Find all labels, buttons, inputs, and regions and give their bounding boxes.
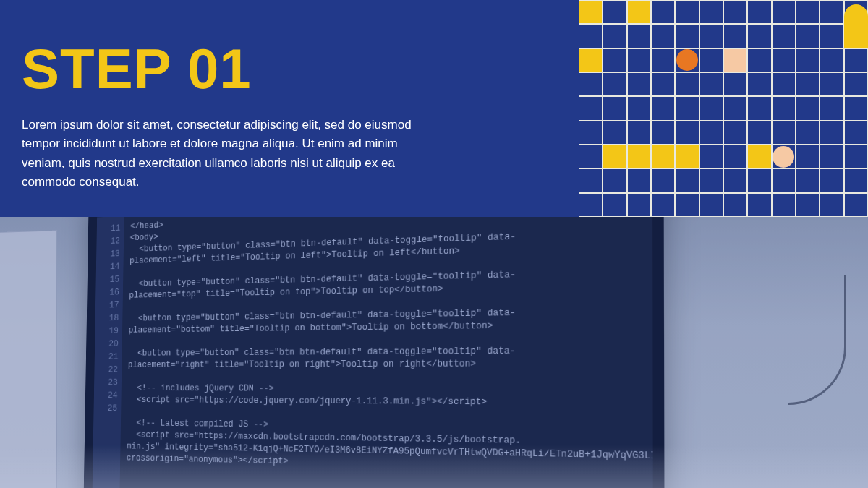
grid-cell bbox=[627, 121, 651, 145]
grid-cell bbox=[747, 193, 771, 217]
grid-cell bbox=[579, 193, 603, 217]
grid-cell bbox=[579, 72, 603, 96]
slide-title: STEP 01 bbox=[22, 36, 252, 102]
grid-cell bbox=[747, 145, 771, 168]
grid-cell bbox=[844, 96, 868, 120]
grid-cell bbox=[844, 193, 868, 217]
grid-cell bbox=[796, 24, 820, 48]
decorative-grid bbox=[579, 0, 868, 217]
grid-cell bbox=[844, 145, 868, 168]
grid-cell bbox=[772, 24, 796, 48]
grid-cell bbox=[772, 193, 796, 217]
grid-cell bbox=[603, 96, 626, 120]
grid-cell bbox=[675, 0, 699, 24]
grid-cell bbox=[820, 24, 843, 48]
grid-cell bbox=[675, 121, 699, 145]
grid-cell bbox=[699, 24, 723, 48]
grid-cell bbox=[627, 168, 651, 192]
grid-cell bbox=[675, 168, 699, 192]
grid-cell bbox=[796, 145, 820, 168]
grid-cell bbox=[820, 48, 843, 72]
grid-cell bbox=[796, 48, 820, 72]
grid-cell bbox=[579, 48, 603, 72]
grid-cell bbox=[723, 48, 747, 72]
grid-cell bbox=[747, 48, 771, 72]
slide: 111213141516171819202122232425 </head> <… bbox=[0, 0, 868, 488]
grid-cell bbox=[699, 121, 723, 145]
grid-cell bbox=[699, 193, 723, 217]
grid-cell bbox=[579, 168, 603, 192]
grid-cell bbox=[796, 96, 820, 120]
desk-surface bbox=[0, 445, 868, 488]
grid-cell bbox=[675, 145, 699, 168]
grid-cell bbox=[579, 96, 603, 120]
grid-cell bbox=[651, 193, 675, 217]
grid-cell bbox=[651, 96, 675, 120]
grid-cell bbox=[579, 145, 603, 168]
grid-cell bbox=[796, 0, 820, 24]
grid-cell bbox=[627, 0, 651, 24]
grid-cell bbox=[699, 145, 723, 168]
grid-cell bbox=[651, 0, 675, 24]
grid-cell bbox=[772, 96, 796, 120]
grid-cell bbox=[820, 193, 843, 217]
grid-cell bbox=[603, 72, 626, 96]
grid-cell bbox=[820, 121, 843, 145]
grid-cell bbox=[699, 48, 723, 72]
grid-cell bbox=[796, 193, 820, 217]
grid-cell bbox=[699, 72, 723, 96]
grid-cell bbox=[579, 0, 603, 24]
grid-cell bbox=[627, 72, 651, 96]
grid-cell bbox=[723, 24, 747, 48]
grid-cell bbox=[603, 48, 626, 72]
grid-cell bbox=[796, 168, 820, 192]
grid-cell bbox=[820, 72, 843, 96]
grid-cell bbox=[723, 145, 747, 168]
grid-cell bbox=[844, 168, 868, 192]
grid-cell bbox=[627, 24, 651, 48]
grid-cell bbox=[772, 48, 796, 72]
grid-cell bbox=[603, 168, 626, 192]
grid-cell bbox=[699, 168, 723, 192]
grid-cell bbox=[723, 168, 747, 192]
grid-cell bbox=[579, 24, 603, 48]
grid-cell bbox=[699, 96, 723, 120]
grid-cell bbox=[772, 0, 796, 24]
grid-cell bbox=[723, 96, 747, 120]
grid-cell bbox=[796, 121, 820, 145]
cable bbox=[788, 275, 846, 405]
grid-cell bbox=[723, 121, 747, 145]
grid-cell bbox=[772, 168, 796, 192]
grid-cell bbox=[627, 48, 651, 72]
grid-cell bbox=[747, 0, 771, 24]
grid-cell bbox=[627, 193, 651, 217]
grid-cell bbox=[723, 193, 747, 217]
grid-cell bbox=[820, 168, 843, 192]
grid-cell bbox=[699, 0, 723, 24]
grid-cell bbox=[651, 48, 675, 72]
grid-cell bbox=[603, 121, 626, 145]
grid-cell bbox=[723, 72, 747, 96]
grid-cell bbox=[579, 121, 603, 145]
grid-cell bbox=[747, 121, 771, 145]
grid-cell bbox=[675, 72, 699, 96]
grid-cell bbox=[627, 96, 651, 120]
grid-cell bbox=[675, 96, 699, 120]
grid-cell bbox=[772, 121, 796, 145]
peach-circle-icon bbox=[773, 146, 794, 168]
grid-cell bbox=[603, 0, 626, 24]
grid-cell bbox=[651, 168, 675, 192]
grid-cell bbox=[820, 0, 843, 24]
yellow-arch-icon bbox=[844, 4, 868, 48]
grid-cell bbox=[796, 72, 820, 96]
grid-cell bbox=[723, 0, 747, 24]
grid-cell bbox=[603, 145, 626, 168]
grid-cell bbox=[844, 121, 868, 145]
grid-cell bbox=[603, 193, 626, 217]
grid-cell bbox=[844, 48, 868, 72]
grid-cell bbox=[651, 145, 675, 168]
grid-cell bbox=[747, 96, 771, 120]
grid-cell bbox=[747, 72, 771, 96]
grid-cell bbox=[844, 72, 868, 96]
grid-cell bbox=[675, 24, 699, 48]
